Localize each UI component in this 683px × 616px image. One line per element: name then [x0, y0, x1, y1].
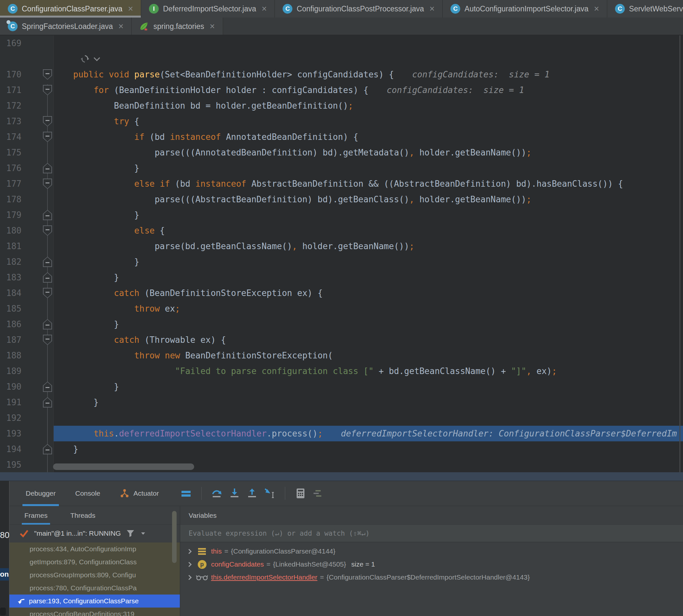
- code-token: if: [160, 179, 170, 189]
- close-tab-icon[interactable]: ×: [210, 22, 215, 31]
- thread-selector[interactable]: "main"@1 in...in": RUNNING: [9, 525, 180, 542]
- editor-tab-spring-factories[interactable]: spring.factories×: [132, 18, 223, 35]
- code-line-gutter[interactable]: 193: [0, 426, 54, 441]
- code-line: 191 }: [0, 395, 683, 410]
- variable-size-info: size = 1: [351, 560, 375, 568]
- expand-chevron-icon[interactable]: [187, 549, 192, 554]
- fold-marker-icon[interactable]: [43, 444, 52, 454]
- code-token: (BeanDefinitionHolder holder : configCan…: [109, 85, 369, 95]
- editor-tab-deferredimportselector-java[interactable]: IDeferredImportSelector.java×: [141, 0, 275, 18]
- close-tab-icon[interactable]: ×: [128, 4, 133, 13]
- code-line-gutter[interactable]: 175: [0, 145, 54, 160]
- fold-marker-icon[interactable]: [43, 319, 52, 329]
- stack-frame-row[interactable]: processConfigBeanDefinitions:319: [9, 608, 180, 616]
- fold-marker-icon[interactable]: [43, 163, 52, 173]
- editor-tab-configurationclasspostprocessor-java[interactable]: CConfigurationClassPostProcessor.java×: [275, 0, 443, 18]
- variable-row[interactable]: pconfigCandidates={LinkedHashSet@4505}si…: [180, 558, 683, 571]
- show-execution-point-button[interactable]: [180, 487, 192, 500]
- fold-marker-icon[interactable]: [43, 381, 52, 392]
- evaluate-expression-input[interactable]: Evaluate expression (↵) or add a watch (…: [180, 525, 683, 542]
- close-tab-icon[interactable]: ×: [118, 22, 124, 31]
- stack-frame-row[interactable]: parse:193, ConfigurationClassParse: [9, 595, 180, 608]
- fold-marker-icon[interactable]: [43, 69, 52, 80]
- code-line-gutter[interactable]: 183: [0, 270, 54, 285]
- code-line: 176 }: [0, 160, 683, 176]
- run-to-cursor-button[interactable]: [263, 487, 276, 500]
- code-line-gutter[interactable]: 195: [0, 457, 54, 472]
- fold-marker-icon[interactable]: [43, 132, 52, 142]
- code-line-gutter[interactable]: 173: [0, 113, 54, 129]
- fold-marker-icon[interactable]: [43, 179, 52, 189]
- evaluate-expression-button[interactable]: [294, 487, 307, 500]
- code-line-gutter[interactable]: 194: [0, 441, 54, 457]
- variable-row[interactable]: this.deferredImportSelectorHandler={Conf…: [180, 571, 683, 584]
- editor-horizontal-scrollbar[interactable]: [53, 463, 194, 470]
- tab-debugger[interactable]: Debugger: [24, 481, 57, 506]
- editor-vertical-scrollbar[interactable]: [679, 36, 680, 472]
- frames-scrollbar[interactable]: [172, 511, 177, 563]
- code-token: void: [109, 70, 129, 79]
- editor-tab-servletwebserverapplic[interactable]: CServletWebServerApplic: [607, 0, 683, 18]
- editor-tab-configurationclassparser-java[interactable]: CConfigurationClassParser.java×: [0, 0, 141, 18]
- stack-frame-row[interactable]: getImports:879, ConfigurationClass: [9, 555, 180, 569]
- fold-marker-icon[interactable]: [43, 116, 52, 127]
- tab-console[interactable]: Console: [74, 481, 102, 506]
- stack-frame-row[interactable]: process:434, AutoConfigurationImp: [9, 543, 180, 555]
- code-line-gutter[interactable]: 191: [0, 395, 54, 410]
- code-line-gutter[interactable]: 185: [0, 301, 54, 316]
- fold-marker-icon[interactable]: [43, 210, 52, 220]
- expand-chevron-icon[interactable]: [187, 562, 192, 567]
- code-token: ;: [552, 366, 557, 376]
- code-line-gutter[interactable]: 186: [0, 316, 54, 332]
- code-line-gutter[interactable]: 169: [0, 36, 54, 51]
- fold-marker-icon[interactable]: [43, 272, 52, 283]
- code-editor[interactable]: 169170public void parse(Set<BeanDefiniti…: [0, 36, 683, 472]
- code-line-gutter[interactable]: 192: [0, 410, 54, 426]
- tab-threads[interactable]: Threads: [70, 506, 95, 525]
- code-line-gutter[interactable]: 179: [0, 207, 54, 223]
- code-line-gutter[interactable]: 180: [0, 223, 54, 238]
- step-over-button[interactable]: [211, 487, 223, 500]
- code-line-gutter[interactable]: 178: [0, 192, 54, 207]
- evaluate-placeholder: Evaluate expression (↵) or add a watch (…: [189, 529, 370, 537]
- fold-marker-icon[interactable]: [43, 397, 52, 408]
- fold-marker-icon[interactable]: [43, 85, 52, 95]
- fold-marker-icon[interactable]: [43, 257, 52, 267]
- code-line-gutter[interactable]: 176: [0, 160, 54, 176]
- tab-actuator[interactable]: Actuator: [118, 481, 160, 506]
- code-line-gutter[interactable]: 181: [0, 238, 54, 254]
- inlay-actions[interactable]: [54, 51, 683, 67]
- code-line-gutter[interactable]: 187: [0, 332, 54, 348]
- line-number: 187: [0, 332, 21, 348]
- layout-settings-button[interactable]: [312, 487, 324, 500]
- step-out-button[interactable]: [246, 487, 258, 500]
- tab-frames[interactable]: Frames: [24, 506, 47, 525]
- code-line-gutter[interactable]: [0, 51, 54, 67]
- expand-chevron-icon[interactable]: [187, 575, 192, 580]
- stack-frame-row[interactable]: process:780, ConfigurationClassPa: [9, 581, 180, 595]
- fold-marker-icon[interactable]: [43, 225, 52, 236]
- fold-marker-icon[interactable]: [43, 335, 52, 345]
- step-into-button[interactable]: [228, 487, 241, 500]
- close-tab-icon[interactable]: ×: [262, 4, 267, 13]
- filter-funnel-icon[interactable]: [126, 529, 135, 537]
- code-line-gutter[interactable]: 190: [0, 379, 54, 395]
- code-line-gutter[interactable]: 184: [0, 285, 54, 301]
- line-number: 192: [0, 410, 21, 426]
- code-line-gutter[interactable]: 171: [0, 82, 54, 98]
- thread-dropdown-chevron-icon[interactable]: [140, 530, 146, 537]
- code-line-gutter[interactable]: 189: [0, 363, 54, 379]
- code-line-gutter[interactable]: 170: [0, 67, 54, 82]
- editor-tab-springfactoriesloader-java[interactable]: CSpringFactoriesLoader.java×: [0, 18, 132, 35]
- code-line-gutter[interactable]: 182: [0, 254, 54, 270]
- code-line-gutter[interactable]: 174: [0, 129, 54, 145]
- code-line-gutter[interactable]: 188: [0, 348, 54, 363]
- editor-tab-autoconfigurationimportselector-java[interactable]: CAutoConfigurationImportSelector.java×: [443, 0, 607, 18]
- fold-marker-icon[interactable]: [43, 288, 52, 298]
- variable-row[interactable]: this={ConfigurationClassParser@4144}: [180, 545, 683, 558]
- close-tab-icon[interactable]: ×: [429, 4, 435, 13]
- close-tab-icon[interactable]: ×: [594, 4, 599, 13]
- stack-frame-row[interactable]: processGroupImports:809, Configu: [9, 569, 180, 581]
- code-line-gutter[interactable]: 172: [0, 98, 54, 113]
- code-line-gutter[interactable]: 177: [0, 176, 54, 192]
